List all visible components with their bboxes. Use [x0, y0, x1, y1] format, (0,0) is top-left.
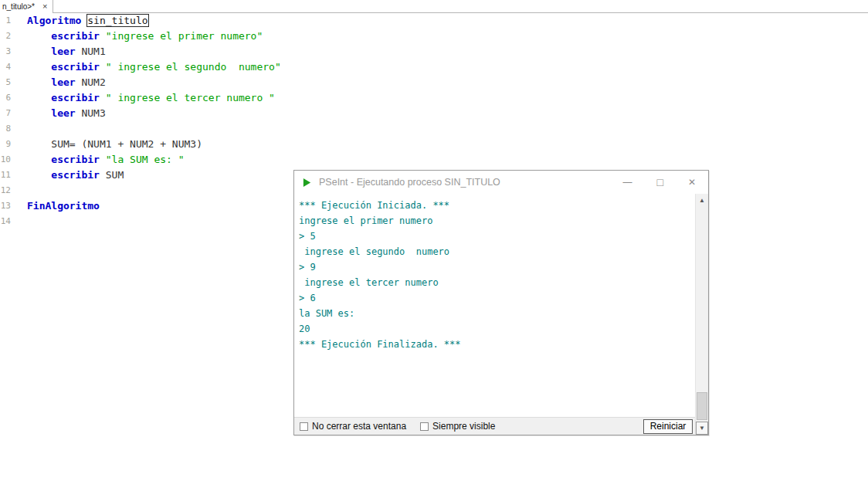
console-output-line: *** Ejecución Finalizada. *** — [299, 337, 695, 352]
line-number: 1 — [0, 13, 11, 29]
code-text: SUM= (NUM1 + NUM2 + NUM3) — [27, 137, 202, 152]
code-line: 2 escribir "ingrese el primer numero" — [0, 29, 868, 44]
code-text: FinAlgoritmo — [27, 198, 100, 214]
minimize-button[interactable]: — — [622, 178, 632, 187]
code-line: 4 escribir " ingrese el segundo numero" — [0, 59, 868, 75]
console-output-line: 20 — [299, 321, 695, 337]
close-button[interactable]: ✕ — [688, 178, 696, 187]
console-output-line: ingrese el tercer numero — [299, 275, 695, 290]
console-output-line: > 9 — [299, 259, 695, 275]
console-scrollbar[interactable]: ▲ ▼ — [695, 194, 708, 435]
code-text: escribir " ingrese el segundo numero" — [27, 59, 281, 75]
maximize-button[interactable]: □ — [656, 178, 663, 187]
line-number: 9 — [0, 137, 11, 152]
code-text: escribir "la SUM es: " — [27, 152, 185, 168]
code-text: escribir "ingrese el primer numero" — [27, 29, 263, 44]
reiniciar-button[interactable]: Reiniciar — [643, 419, 693, 434]
console-body: *** Ejecución Iniciada. ***ingrese el pr… — [294, 194, 708, 435]
checkbox-box-icon[interactable] — [420, 422, 429, 431]
code-text: leer NUM1 — [27, 44, 106, 59]
line-number: 2 — [0, 29, 11, 44]
editor-tab-label: n_titulo>* — [2, 2, 35, 11]
code-text: escribir " ingrese el tercer numero " — [27, 90, 275, 106]
scroll-down-icon[interactable]: ▼ — [696, 422, 708, 435]
console-output-line: > 6 — [299, 290, 695, 306]
console-titlebar[interactable]: PSeInt - Ejecutando proceso SIN_TITULO —… — [294, 171, 708, 194]
checkbox-box-icon[interactable] — [300, 422, 308, 431]
line-number: 5 — [0, 75, 11, 90]
code-line: 1Algoritmo sin_titulo — [0, 13, 868, 29]
siempre-visible-label: Siempre visible — [432, 421, 495, 432]
console-output-line: > 5 — [299, 229, 695, 244]
scrollbar-thumb[interactable] — [697, 392, 707, 420]
code-text: escribir SUM — [27, 168, 124, 183]
line-number: 14 — [0, 214, 11, 229]
pseint-logo-icon — [302, 178, 312, 188]
tab-close-icon[interactable]: × — [42, 2, 47, 11]
no-cerrar-label: No cerrar esta ventana — [312, 421, 406, 432]
code-line: 8 — [0, 121, 868, 137]
code-text: leer NUM2 — [27, 75, 106, 90]
console-output-line: ingrese el segundo numero — [299, 244, 695, 259]
editor-tab-bar: n_titulo>* × — [0, 0, 868, 13]
line-number: 13 — [0, 198, 11, 214]
console-output-line: ingrese el primer numero — [299, 213, 695, 229]
code-text: leer NUM3 — [27, 106, 106, 121]
window-controls: — □ ✕ — [622, 178, 696, 187]
editor-tab[interactable]: n_titulo>* × — [0, 0, 53, 13]
console-footer: No cerrar esta ventana Siempre visible R… — [294, 417, 695, 435]
line-number: 10 — [0, 152, 11, 168]
line-number: 8 — [0, 121, 11, 137]
pseint-app: n_titulo>* × 1Algoritmo sin_titulo2 escr… — [0, 0, 868, 498]
line-number: 11 — [0, 168, 11, 183]
console-output-line: la SUM es: — [299, 306, 695, 321]
code-line: 10 escribir "la SUM es: " — [0, 152, 868, 168]
scrollbar-track[interactable] — [696, 207, 708, 422]
code-text: Algoritmo sin_titulo — [27, 13, 148, 29]
console-window-title: PSeInt - Ejecutando proceso SIN_TITULO — [319, 177, 622, 188]
line-number: 6 — [0, 90, 11, 106]
line-number: 3 — [0, 44, 11, 59]
line-number: 12 — [0, 183, 11, 198]
code-line: 9 SUM= (NUM1 + NUM2 + NUM3) — [0, 137, 868, 152]
code-line: 6 escribir " ingrese el tercer numero " — [0, 90, 868, 106]
line-number: 7 — [0, 106, 11, 121]
console-main: *** Ejecución Iniciada. ***ingrese el pr… — [294, 194, 695, 435]
console-output[interactable]: *** Ejecución Iniciada. ***ingrese el pr… — [294, 194, 695, 417]
console-output-line: *** Ejecución Iniciada. *** — [299, 198, 695, 213]
no-cerrar-checkbox[interactable]: No cerrar esta ventana — [300, 421, 406, 432]
line-number: 4 — [0, 59, 11, 75]
code-line: 3 leer NUM1 — [0, 44, 868, 59]
console-window: PSeInt - Ejecutando proceso SIN_TITULO —… — [293, 170, 709, 435]
siempre-visible-checkbox[interactable]: Siempre visible — [420, 421, 495, 432]
scroll-up-icon[interactable]: ▲ — [696, 194, 708, 207]
code-line: 7 leer NUM3 — [0, 106, 868, 121]
code-line: 5 leer NUM2 — [0, 75, 868, 90]
